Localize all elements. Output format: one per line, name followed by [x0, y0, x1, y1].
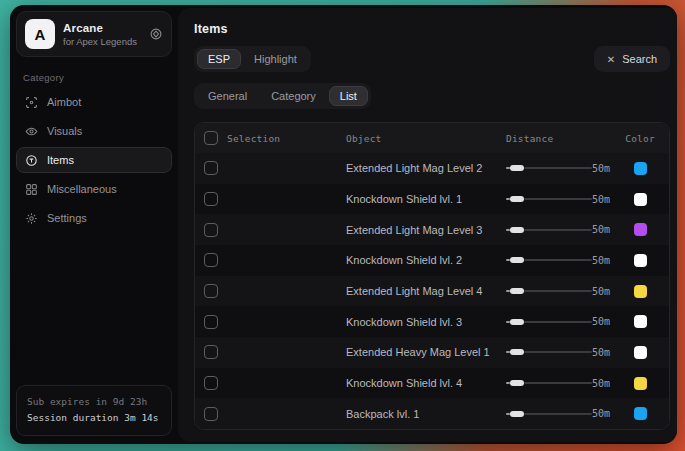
subscription-info: Sub expires in 9d 23h Session duration 3… [16, 385, 172, 436]
distance-value: 50m [592, 408, 610, 419]
page-title: Items [194, 22, 670, 36]
search-button[interactable]: ✕ Search [594, 46, 670, 72]
slider-thumb[interactable] [510, 196, 524, 202]
distance-value: 50m [592, 255, 610, 266]
distance-slider[interactable] [506, 411, 592, 417]
column-header-object: Object [346, 133, 506, 144]
target-icon [25, 154, 38, 167]
row-checkbox[interactable] [204, 192, 218, 206]
items-panel: Items ESP Highlight ✕ Search General Cat… [178, 8, 677, 442]
table-row: Knockdown Shield lvl. 3 50m [195, 306, 669, 337]
table-row: Knockdown Shield lvl. 2 50m [195, 245, 669, 276]
distance-value: 50m [592, 286, 610, 297]
color-swatch[interactable] [634, 346, 647, 359]
slider-thumb[interactable] [510, 227, 524, 233]
object-name: Extended Light Mag Level 3 [346, 224, 506, 236]
table-row: Extended Heavy Mag Level 1 50m [195, 337, 669, 368]
row-checkbox[interactable] [204, 407, 218, 421]
slider-thumb[interactable] [510, 257, 524, 263]
sidebar-item-label: Aimbot [47, 96, 81, 108]
distance-value: 50m [592, 316, 610, 327]
table-body: Extended Light Mag Level 2 50m Knockdown… [195, 153, 669, 429]
sidebar-item-label: Settings [47, 212, 87, 224]
slider-thumb[interactable] [510, 165, 524, 171]
tab-esp[interactable]: ESP [197, 49, 241, 69]
row-checkbox[interactable] [204, 376, 218, 390]
color-swatch[interactable] [634, 377, 647, 390]
distance-value: 50m [592, 224, 610, 235]
sidebar-item-label: Items [47, 154, 74, 166]
slider-thumb[interactable] [510, 411, 524, 417]
tab-category[interactable]: Category [260, 86, 327, 106]
column-header-distance: Distance [506, 133, 620, 144]
sidebar-item-miscellaneous[interactable]: Miscellaneous [16, 176, 172, 202]
sidebar-item-aimbot[interactable]: Aimbot [16, 89, 172, 115]
distance-slider[interactable] [506, 288, 592, 294]
app-logo: A [25, 19, 55, 49]
viewfinder-icon [25, 96, 38, 109]
distance-value: 50m [592, 194, 610, 205]
distance-slider[interactable] [506, 380, 592, 386]
grid-icon [25, 183, 38, 196]
search-shortcut-icon: ✕ [607, 54, 615, 65]
color-swatch[interactable] [634, 162, 647, 175]
row-checkbox[interactable] [204, 161, 218, 175]
row-checkbox[interactable] [204, 284, 218, 298]
table-header: Selection Object Distance Color [195, 123, 669, 153]
slider-thumb[interactable] [510, 380, 524, 386]
distance-slider[interactable] [506, 227, 592, 233]
distance-slider[interactable] [506, 165, 592, 171]
tab-highlight[interactable]: Highlight [243, 49, 308, 69]
sidebar-item-visuals[interactable]: Visuals [16, 118, 172, 144]
items-table: Selection Object Distance Color Extended… [194, 122, 670, 430]
tab-list[interactable]: List [329, 86, 368, 106]
distance-value: 50m [592, 347, 610, 358]
app-logo-letter: A [35, 26, 46, 43]
slider-thumb[interactable] [510, 349, 524, 355]
color-swatch[interactable] [634, 285, 647, 298]
color-swatch[interactable] [634, 254, 647, 267]
object-name: Knockdown Shield lvl. 1 [346, 193, 506, 205]
row-checkbox[interactable] [204, 223, 218, 237]
sidebar-item-settings[interactable]: Settings [16, 205, 172, 231]
object-name: Extended Light Mag Level 4 [346, 285, 506, 297]
slider-thumb[interactable] [510, 288, 524, 294]
column-header-color: Color [620, 133, 660, 144]
color-swatch[interactable] [634, 407, 647, 420]
sidebar: A Arcane for Apex Legends Category [10, 5, 178, 444]
sidebar-item-label: Miscellaneous [47, 183, 117, 195]
app-header: A Arcane for Apex Legends [16, 11, 172, 57]
row-checkbox[interactable] [204, 315, 218, 329]
slider-thumb[interactable] [510, 319, 524, 325]
color-swatch[interactable] [634, 193, 647, 206]
tab-general[interactable]: General [197, 86, 258, 106]
object-name: Knockdown Shield lvl. 3 [346, 316, 506, 328]
select-all-checkbox[interactable] [204, 131, 218, 145]
table-row: Extended Light Mag Level 2 50m [195, 153, 669, 184]
distance-slider[interactable] [506, 196, 592, 202]
sidebar-item-items[interactable]: Items [16, 147, 172, 173]
distance-slider[interactable] [506, 319, 592, 325]
row-checkbox[interactable] [204, 253, 218, 267]
sub-expires-text: Sub expires in 9d 23h [27, 394, 161, 411]
distance-slider[interactable] [506, 349, 592, 355]
object-name: Knockdown Shield lvl. 2 [346, 254, 506, 266]
row-checkbox[interactable] [204, 345, 218, 359]
compass-icon[interactable] [149, 27, 163, 41]
table-row: Backpack lvl. 1 50m [195, 398, 669, 429]
object-name: Extended Heavy Mag Level 1 [346, 346, 506, 358]
color-swatch[interactable] [634, 223, 647, 236]
eye-icon [25, 125, 38, 138]
mode-tabs: ESP Highlight [194, 46, 311, 72]
app-subtitle: for Apex Legends [63, 36, 141, 47]
sidebar-item-label: Visuals [47, 125, 82, 137]
app-window: A Arcane for Apex Legends Category [10, 5, 677, 444]
category-label: Category [23, 72, 178, 83]
table-row: Knockdown Shield lvl. 4 50m [195, 368, 669, 399]
gear-icon [25, 212, 38, 225]
distance-slider[interactable] [506, 257, 592, 263]
table-row: Extended Light Mag Level 3 50m [195, 214, 669, 245]
object-name: Knockdown Shield lvl. 4 [346, 377, 506, 389]
distance-value: 50m [592, 163, 610, 174]
color-swatch[interactable] [634, 315, 647, 328]
